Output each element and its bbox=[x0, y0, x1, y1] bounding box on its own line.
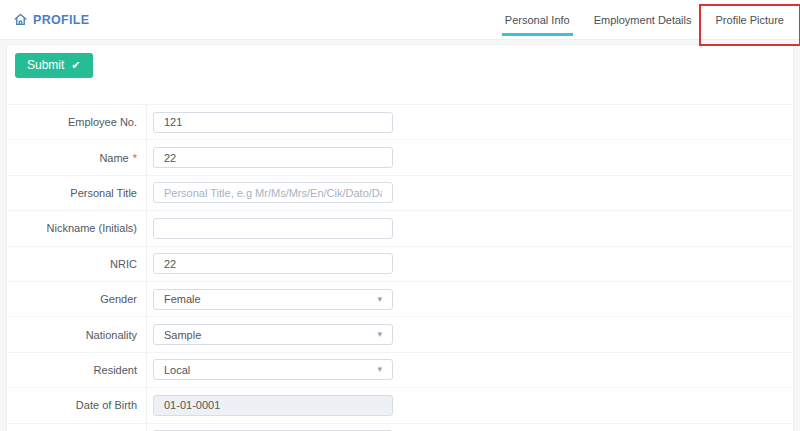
tab-personal-info[interactable]: Personal Info bbox=[493, 0, 582, 40]
select-value: Sample bbox=[164, 329, 201, 341]
field-label-field bbox=[7, 424, 147, 431]
input-personal-title[interactable] bbox=[153, 182, 393, 203]
check-icon: ✔ bbox=[71, 60, 80, 71]
field-cell bbox=[147, 424, 793, 431]
tab-label: Personal Info bbox=[505, 14, 570, 26]
field-label-gender: Gender bbox=[7, 282, 147, 316]
input-nickname-initials[interactable] bbox=[153, 218, 393, 239]
field-cell bbox=[147, 247, 793, 281]
field-label-personal-title: Personal Title bbox=[7, 176, 147, 210]
tab-label: Employment Details bbox=[594, 14, 692, 26]
form-row: NRIC bbox=[7, 247, 793, 282]
input-nric[interactable] bbox=[153, 253, 393, 274]
chevron-down-icon: ▾ bbox=[377, 330, 382, 339]
profile-form: Employee No.Name*Personal TitleNickname … bbox=[7, 104, 793, 431]
field-cell: Female▾ bbox=[147, 282, 793, 316]
select-nationality[interactable]: Sample▾ bbox=[153, 324, 393, 345]
content-card: Submit ✔ Employee No.Name*Personal Title… bbox=[6, 44, 794, 431]
form-row bbox=[7, 424, 793, 431]
form-row: GenderFemale▾ bbox=[7, 282, 793, 317]
page-title: PROFILE bbox=[0, 0, 89, 39]
submit-button[interactable]: Submit ✔ bbox=[15, 53, 93, 78]
field-cell bbox=[147, 176, 793, 210]
form-row: ResidentLocal▾ bbox=[7, 353, 793, 388]
select-resident[interactable]: Local▾ bbox=[153, 359, 393, 380]
input-employee-no[interactable] bbox=[153, 112, 393, 133]
form-row: Nickname (Initials) bbox=[7, 211, 793, 246]
field-cell bbox=[147, 105, 793, 139]
tab-employment-details[interactable]: Employment Details bbox=[582, 0, 704, 40]
input-date-of-birth[interactable] bbox=[153, 395, 393, 416]
form-row: Employee No. bbox=[7, 105, 793, 140]
field-label-nric: NRIC bbox=[7, 247, 147, 281]
tab-bar: Personal InfoEmployment DetailsProfile P… bbox=[493, 0, 796, 39]
field-label-name: Name* bbox=[7, 140, 147, 174]
field-cell bbox=[147, 211, 793, 245]
field-cell: Sample▾ bbox=[147, 317, 793, 351]
tab-profile-picture[interactable]: Profile Picture bbox=[704, 0, 796, 40]
field-label-nickname-initials: Nickname (Initials) bbox=[7, 211, 147, 245]
field-cell bbox=[147, 388, 793, 422]
form-row: Name* bbox=[7, 140, 793, 175]
form-row: NationalitySample▾ bbox=[7, 317, 793, 352]
page-title-text: PROFILE bbox=[33, 13, 89, 27]
form-row: Date of Birth bbox=[7, 388, 793, 423]
required-asterisk: * bbox=[133, 152, 137, 164]
home-icon bbox=[14, 13, 27, 26]
field-cell: Local▾ bbox=[147, 353, 793, 387]
select-value: Female bbox=[164, 293, 201, 305]
input-name[interactable] bbox=[153, 147, 393, 168]
form-row: Personal Title bbox=[7, 176, 793, 211]
select-gender[interactable]: Female▾ bbox=[153, 289, 393, 310]
submit-button-label: Submit bbox=[27, 59, 64, 71]
field-label-nationality: Nationality bbox=[7, 317, 147, 351]
field-label-resident: Resident bbox=[7, 353, 147, 387]
field-label-date-of-birth: Date of Birth bbox=[7, 388, 147, 422]
chevron-down-icon: ▾ bbox=[377, 365, 382, 374]
chevron-down-icon: ▾ bbox=[377, 295, 382, 304]
tab-label: Profile Picture bbox=[716, 14, 784, 26]
header: PROFILE Personal InfoEmployment DetailsP… bbox=[0, 0, 800, 40]
select-value: Local bbox=[164, 364, 190, 376]
field-cell bbox=[147, 140, 793, 174]
field-label-employee-no: Employee No. bbox=[7, 105, 147, 139]
